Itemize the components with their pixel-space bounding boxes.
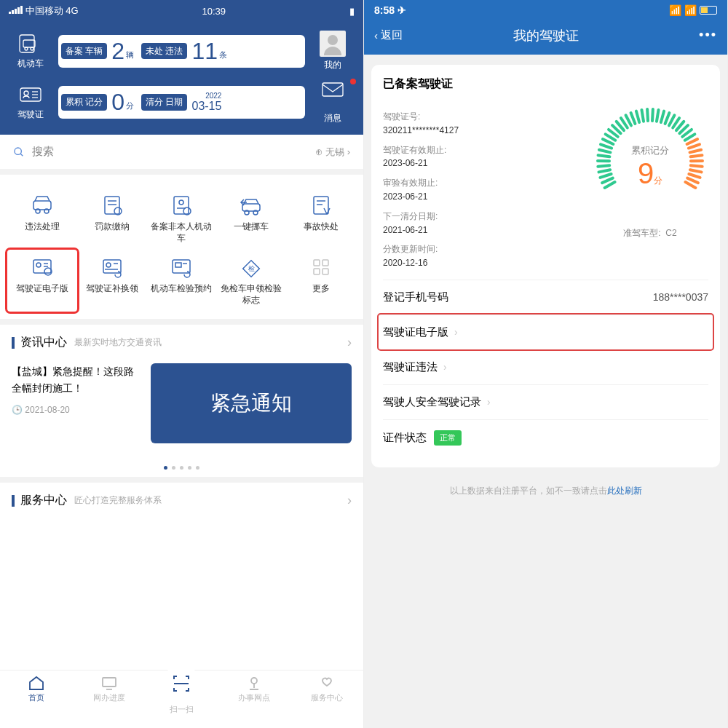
field-label: 驾驶证号: <box>383 111 459 123</box>
svg-rect-43 <box>314 260 320 266</box>
home-icon <box>28 675 45 691</box>
more-icon <box>308 256 334 279</box>
card-title: 已备案驾驶证 <box>383 76 708 92</box>
wifi-icon: 📶 <box>684 4 697 16</box>
grid-license-replace[interactable]: 驾驶证补换领 <box>77 250 147 312</box>
license-icon <box>18 84 43 106</box>
chevron-right-icon: › <box>454 326 458 338</box>
score-gauge: 累积记分9分 准驾车型: C2 <box>592 103 708 269</box>
nav-my[interactable]: 我的 <box>311 31 355 71</box>
field-value: 2023-06-21 <box>383 191 459 203</box>
svg-rect-29 <box>33 260 51 273</box>
svg-line-11 <box>20 154 23 156</box>
dashboard-panel-1[interactable]: 备案 车辆2辆 未处 违法11条 <box>58 35 305 68</box>
list-row[interactable]: 驾驶人安全驾驶记录› <box>383 384 708 419</box>
chevron-right-icon: › <box>347 335 352 350</box>
svg-point-2 <box>25 47 28 50</box>
nav-license[interactable]: 驾驶证 <box>9 84 52 121</box>
grid-more[interactable]: 更多 <box>286 250 356 312</box>
grid-move-car[interactable]: 一键挪车 <box>216 188 286 250</box>
fine-icon <box>99 194 125 217</box>
chevron-right-icon: › <box>347 493 352 508</box>
refresh-link[interactable]: 此处刷新 <box>607 486 642 496</box>
section-news[interactable]: 资讯中心最新实时地方交通资讯› <box>0 325 363 360</box>
dashboard-panel-2[interactable]: 累积 记分0分 清分 日期202203-15 <box>58 86 305 119</box>
scan-icon <box>170 672 193 695</box>
service-grid: 违法处理 罚款缴纳 备案非本人机动车 一键挪车 事故快处 驾驶证电子版 驾驶证补… <box>0 175 363 319</box>
battery-icon <box>700 6 717 15</box>
license-card: 已备案驾驶证 驾驶证号:320211********4127驾驶证有效期止:20… <box>371 65 720 467</box>
list-row[interactable]: 驾驶证违法› <box>383 349 708 384</box>
svg-rect-9 <box>323 83 343 96</box>
svg-line-74 <box>665 113 670 124</box>
svg-point-30 <box>36 263 41 267</box>
svg-rect-15 <box>105 197 119 214</box>
battery-icon: ▮ <box>349 6 355 17</box>
news-item[interactable]: 【盐城】紧急提醒！这段路全幅封闭施工！🕒 2021-08-20 紧急通知 <box>0 360 363 455</box>
search-bar[interactable]: 搜索 ⊕ 无锡 › <box>0 135 363 169</box>
svg-rect-12 <box>33 201 51 210</box>
svg-rect-39 <box>175 263 181 267</box>
section-service[interactable]: 服务中心匠心打造完整服务体系› <box>0 483 363 518</box>
violation-icon <box>29 194 55 217</box>
nav-messages[interactable]: 消息 <box>311 80 355 124</box>
svg-point-50 <box>251 678 257 684</box>
grid-violation[interactable]: 违法处理 <box>7 188 77 250</box>
svg-rect-46 <box>323 269 328 274</box>
tab-service[interactable]: 服务中心 <box>290 675 363 725</box>
signal-icon: 📶 <box>669 4 681 16</box>
avatar-icon <box>320 31 346 57</box>
svg-rect-1 <box>23 40 35 47</box>
tab-progress[interactable]: 网办进度 <box>73 675 146 725</box>
license-replace-icon <box>99 256 125 279</box>
status-time: 10:39 <box>79 6 349 17</box>
svg-point-20 <box>179 200 183 205</box>
svg-line-72 <box>657 110 659 122</box>
tab-home[interactable]: 首页 <box>0 675 73 725</box>
svg-line-69 <box>641 110 644 122</box>
field-label: 下一清分日期: <box>383 210 459 223</box>
grid-inspection[interactable]: 机动车检验预约 <box>147 250 217 312</box>
car-doc-icon <box>18 33 43 55</box>
svg-text:检: 检 <box>248 265 255 272</box>
grid-accident[interactable]: 事故快处 <box>286 188 356 250</box>
field-value: 2020-12-16 <box>383 257 459 269</box>
inspection-icon <box>168 256 194 279</box>
tab-bar: 首页 网办进度 扫一扫 办事网点 服务中心 <box>0 670 363 728</box>
svg-rect-45 <box>314 269 320 274</box>
status-bar: 8:58 ✈ 📶 📶 <box>364 0 727 20</box>
list-row[interactable]: 驾驶证电子版› <box>379 314 713 349</box>
svg-point-35 <box>106 263 111 267</box>
move-car-icon <box>238 194 264 217</box>
tab-branches[interactable]: 办事网点 <box>218 675 290 725</box>
location-selector[interactable]: ⊕ 无锡 › <box>315 146 350 159</box>
chevron-right-icon: › <box>443 361 447 373</box>
list-row[interactable]: 登记手机号码188****0037 <box>383 280 708 314</box>
svg-rect-23 <box>242 204 260 211</box>
svg-line-70 <box>647 109 648 121</box>
svg-rect-19 <box>174 197 189 214</box>
svg-point-3 <box>31 47 33 50</box>
nav-vehicle[interactable]: 机动车 <box>9 33 52 70</box>
mail-icon <box>320 80 345 99</box>
svg-line-73 <box>661 111 664 122</box>
grid-fine[interactable]: 罚款缴纳 <box>77 188 147 250</box>
field-label: 审验有效期止: <box>383 177 459 189</box>
accident-icon <box>308 194 334 217</box>
grid-register-car[interactable]: 备案非本人机动车 <box>147 188 217 250</box>
field-label: 驾驶证有效期止: <box>383 144 459 157</box>
tab-scan[interactable]: 扫一扫 <box>146 665 218 715</box>
svg-line-81 <box>687 139 697 144</box>
field-value: 320211********4127 <box>383 124 459 137</box>
grid-e-license[interactable]: 驾驶证电子版 <box>7 250 77 312</box>
status-badge: 正常 <box>434 430 462 446</box>
svg-line-60 <box>603 139 613 144</box>
pin-icon <box>245 675 263 691</box>
grid-exempt[interactable]: 检免检车申领检验标志 <box>216 250 286 312</box>
list-row[interactable]: 证件状态正常 <box>383 419 708 456</box>
svg-point-5 <box>24 91 28 95</box>
footer-note: 以上数据来自注册平台，如不一致请点击此处刷新 <box>364 467 727 515</box>
heart-hand-icon <box>318 675 336 691</box>
page-title: 我的驾驶证 <box>364 27 727 44</box>
exempt-icon: 检 <box>238 256 264 279</box>
